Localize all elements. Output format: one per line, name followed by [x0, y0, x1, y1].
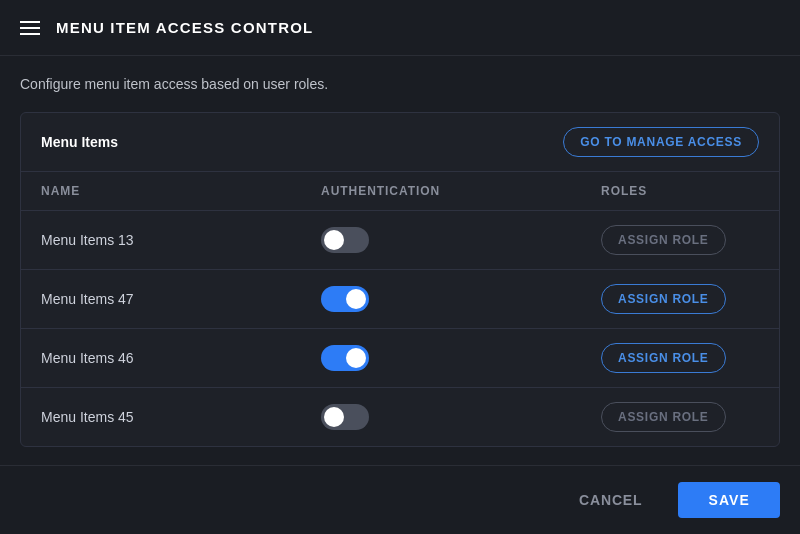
toggle-knob: [346, 289, 366, 309]
table-header: NAME AUTHENTICATION ROLES: [21, 172, 779, 211]
roles-cell: ASSIGN ROLE: [601, 284, 759, 314]
roles-cell: ASSIGN ROLE: [601, 343, 759, 373]
row-name: Menu Items 46: [41, 350, 321, 366]
auth-toggle[interactable]: [321, 286, 369, 312]
cancel-button[interactable]: CANCEL: [559, 482, 662, 518]
row-name: Menu Items 45: [41, 409, 321, 425]
footer: CANCEL SAVE: [0, 465, 800, 534]
auth-toggle[interactable]: [321, 345, 369, 371]
col-header-name: NAME: [41, 184, 321, 198]
assign-role-button[interactable]: ASSIGN ROLE: [601, 402, 726, 432]
roles-cell: ASSIGN ROLE: [601, 225, 759, 255]
toggle-slider: [321, 404, 369, 430]
table-row: Menu Items 46 ASSIGN ROLE: [21, 329, 779, 388]
toggle-container: [321, 227, 601, 253]
assign-role-button[interactable]: ASSIGN ROLE: [601, 284, 726, 314]
panel-header: Menu Items GO TO MANAGE ACCESS: [21, 113, 779, 172]
manage-access-button[interactable]: GO TO MANAGE ACCESS: [563, 127, 759, 157]
row-name: Menu Items 47: [41, 291, 321, 307]
header: MENU ITEM ACCESS CONTROL: [0, 0, 800, 56]
save-button[interactable]: SAVE: [678, 482, 780, 518]
auth-toggle[interactable]: [321, 227, 369, 253]
access-control-panel: Menu Items GO TO MANAGE ACCESS NAME AUTH…: [20, 112, 780, 447]
table-row: Menu Items 13 ASSIGN ROLE: [21, 211, 779, 270]
menu-items-table: NAME AUTHENTICATION ROLES Menu Items 13 …: [21, 172, 779, 446]
col-header-roles: ROLES: [601, 184, 759, 198]
toggle-slider: [321, 345, 369, 371]
toggle-knob: [324, 407, 344, 427]
toggle-container: [321, 286, 601, 312]
table-row: Menu Items 45 ASSIGN ROLE: [21, 388, 779, 446]
col-header-authentication: AUTHENTICATION: [321, 184, 601, 198]
assign-role-button[interactable]: ASSIGN ROLE: [601, 343, 726, 373]
main-content: Configure menu item access based on user…: [0, 56, 800, 447]
toggle-slider: [321, 286, 369, 312]
toggle-container: [321, 404, 601, 430]
row-name: Menu Items 13: [41, 232, 321, 248]
auth-toggle[interactable]: [321, 404, 369, 430]
page-title: MENU ITEM ACCESS CONTROL: [56, 19, 313, 36]
roles-cell: ASSIGN ROLE: [601, 402, 759, 432]
toggle-knob: [346, 348, 366, 368]
description: Configure menu item access based on user…: [20, 76, 780, 92]
table-row: Menu Items 47 ASSIGN ROLE: [21, 270, 779, 329]
panel-title: Menu Items: [41, 134, 118, 150]
toggle-slider: [321, 227, 369, 253]
toggle-knob: [324, 230, 344, 250]
hamburger-icon[interactable]: [20, 21, 40, 35]
assign-role-button[interactable]: ASSIGN ROLE: [601, 225, 726, 255]
toggle-container: [321, 345, 601, 371]
